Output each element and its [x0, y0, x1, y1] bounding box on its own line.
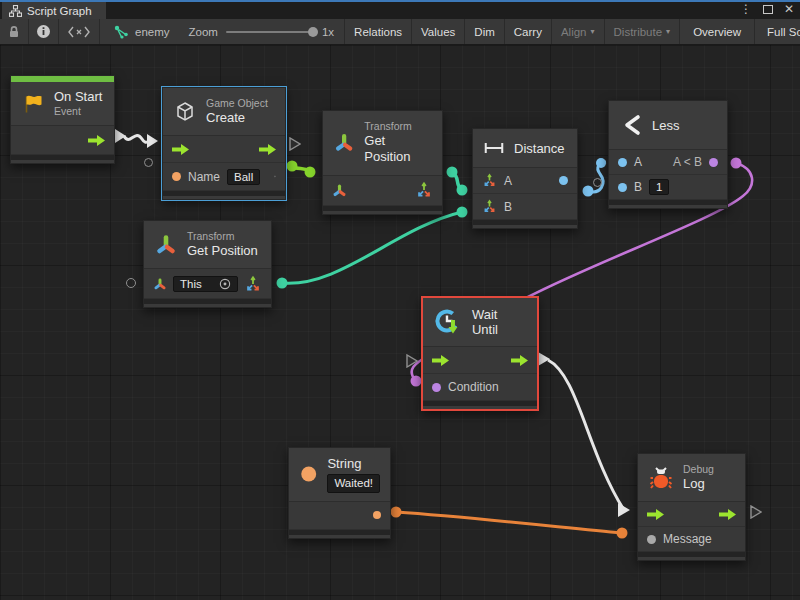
node-debug-log[interactable]: Debug Log Message — [637, 453, 746, 561]
name-label: Name — [188, 170, 220, 184]
script-graph-window: Script Graph ⋮ ✕ — [0, 0, 800, 600]
name-field[interactable]: Ball — [227, 169, 260, 185]
string-value-field[interactable]: Waited! — [327, 474, 380, 492]
fullscreen-button[interactable]: Full Screen — [755, 19, 800, 44]
b-value-field[interactable]: 1 — [649, 179, 669, 195]
node-distance[interactable]: Distance A B — [472, 128, 578, 229]
bug-icon — [648, 465, 674, 491]
condition-input-port[interactable] — [432, 383, 441, 392]
vector3-input-b-port[interactable] — [482, 199, 497, 214]
node-subtitle: Event — [54, 105, 102, 118]
transform-icon — [333, 131, 355, 155]
node-title: On Start — [54, 89, 102, 105]
node-category: Game Object — [206, 97, 268, 110]
node-get-position-top[interactable]: Transform Get Position — [322, 110, 443, 215]
flow-output-port[interactable] — [259, 144, 276, 155]
message-input-port[interactable] — [647, 535, 656, 544]
node-title: Create — [206, 110, 268, 126]
node-string-literal[interactable]: String Waited! — [288, 447, 391, 539]
node-title: Distance — [514, 141, 565, 156]
node-title: Get Position — [364, 133, 430, 166]
vector3-input-a-port[interactable] — [482, 173, 497, 188]
node-category: Transform — [364, 120, 430, 133]
lock-button[interactable] — [0, 19, 29, 44]
chevron-down-icon: ▾ — [591, 27, 595, 36]
gameobject-output-port[interactable] — [274, 169, 276, 184]
distribute-dropdown: Distribute▾ — [605, 19, 681, 44]
zoom-slider-handle[interactable] — [308, 27, 318, 37]
node-title: Get Position — [187, 243, 258, 259]
flow-output-port[interactable] — [88, 135, 105, 146]
overview-button[interactable]: Overview — [680, 19, 755, 44]
tab-title: Script Graph — [27, 5, 92, 17]
input-a-label: A — [504, 174, 512, 188]
node-get-position-bottom[interactable]: Transform Get Position This — [143, 220, 272, 308]
distance-output-port[interactable] — [559, 176, 568, 185]
unconnected-flow-indicator[interactable] — [289, 137, 301, 151]
zoom-label: Zoom — [189, 26, 218, 38]
node-category: Transform — [187, 230, 258, 243]
flow-input-port[interactable] — [432, 355, 449, 366]
node-title: String — [327, 456, 380, 472]
flow-input-port[interactable] — [172, 144, 189, 155]
node-title: Log — [683, 476, 714, 492]
tab-script-graph[interactable]: Script Graph — [2, 2, 106, 19]
zoom-value: 1x — [322, 26, 334, 38]
object-picker-icon[interactable] — [219, 278, 231, 290]
unconnected-value-indicator[interactable] — [144, 158, 153, 167]
unconnected-value-indicator[interactable] — [126, 278, 136, 288]
node-footer — [609, 200, 727, 208]
unconnected-flow-indicator[interactable] — [406, 354, 418, 368]
name-input-port[interactable] — [172, 172, 181, 181]
carry-toggle[interactable]: Carry — [505, 19, 552, 44]
inspect-button[interactable] — [29, 19, 59, 44]
node-footer — [144, 299, 271, 307]
window-maximize-icon[interactable] — [763, 5, 773, 14]
target-field[interactable]: This — [173, 276, 238, 292]
unconnected-value-indicator[interactable] — [593, 178, 602, 187]
less-a-input-port[interactable] — [618, 158, 627, 167]
zoom-slider[interactable] — [226, 31, 314, 33]
wait-until-icon — [433, 307, 463, 337]
less-than-icon — [621, 113, 643, 137]
input-b-label: B — [504, 200, 512, 214]
window-close-icon[interactable]: ✕ — [784, 1, 794, 18]
flow-output-port[interactable] — [719, 509, 736, 520]
node-footer — [323, 206, 442, 214]
input-a-label: A — [634, 155, 642, 169]
node-category: Debug — [683, 463, 714, 476]
values-toggle[interactable]: Values — [412, 19, 465, 44]
transform-input-port[interactable] — [153, 277, 167, 291]
graph-asset-icon — [114, 25, 129, 39]
graph-toolbar: enemy Zoom 1x Relations Values Dim Carry… — [0, 19, 800, 45]
gameobject-cube-icon — [173, 100, 197, 124]
window-accent-line — [0, 0, 800, 2]
flow-output-port[interactable] — [511, 355, 528, 366]
node-title: Less — [652, 118, 679, 133]
string-output-port[interactable] — [373, 511, 381, 519]
transform-input-port[interactable] — [332, 183, 347, 198]
dim-toggle[interactable]: Dim — [465, 19, 504, 44]
distance-icon — [483, 140, 505, 156]
node-create-gameobject[interactable]: Game Object Create Name Ball — [162, 87, 286, 200]
graph-name: enemy — [135, 26, 170, 38]
node-footer — [11, 155, 114, 163]
vector3-output-port[interactable] — [244, 275, 262, 293]
node-less[interactable]: Less A A < B B 1 — [608, 100, 728, 209]
message-label: Message — [663, 532, 712, 546]
less-b-input-port[interactable] — [618, 183, 627, 192]
vector3-output-port[interactable] — [415, 181, 433, 199]
node-wait-until-highlighted[interactable]: Wait Until Condition — [421, 296, 539, 411]
zoom-control: Zoom 1x — [179, 19, 346, 44]
input-b-label: B — [634, 180, 642, 194]
code-icon — [68, 26, 90, 38]
window-menu-icon[interactable]: ⋮ — [740, 1, 752, 18]
node-on-start[interactable]: On Start Event — [10, 75, 115, 164]
window-controls: ⋮ ✕ — [740, 1, 794, 18]
less-output-port[interactable] — [709, 158, 718, 167]
relations-toggle[interactable]: Relations — [345, 19, 412, 44]
unconnected-flow-indicator[interactable] — [750, 505, 762, 519]
flow-input-port[interactable] — [647, 509, 664, 520]
graph-breadcrumb[interactable]: enemy — [100, 19, 179, 44]
edit-source-button[interactable] — [59, 19, 100, 44]
